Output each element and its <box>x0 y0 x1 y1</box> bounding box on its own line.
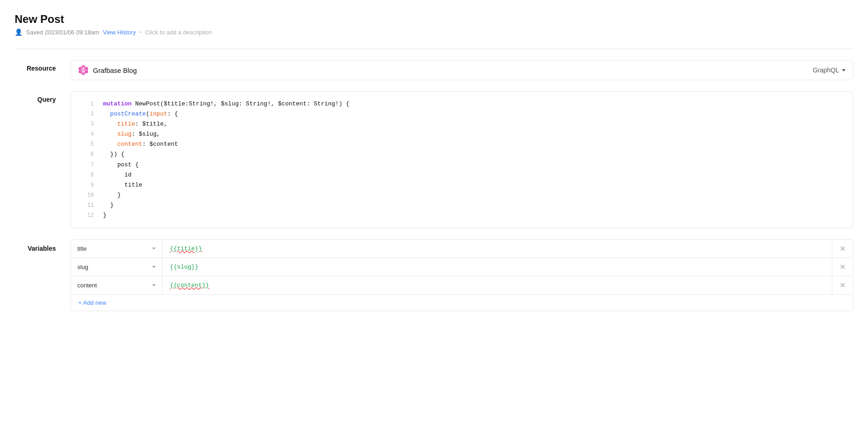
variable-row-content: content {{content}} ✕ <box>71 276 853 295</box>
variables-row: Variables title {{title}} ✕ <box>15 239 853 311</box>
line-num-2: 2 <box>80 110 94 119</box>
query-box[interactable]: 1 mutation NewPost($title:String!, $slug… <box>71 91 853 228</box>
line-num-8: 8 <box>80 170 94 180</box>
code-line-1: 1 mutation NewPost($title:String!, $slug… <box>71 99 853 109</box>
code-content-8: id <box>103 170 131 180</box>
line-num-1: 1 <box>80 99 94 109</box>
code-line-7: 7 post { <box>71 160 853 170</box>
section-divider <box>15 49 853 49</box>
code-content-1: mutation NewPost($title:String!, $slug: … <box>103 99 349 109</box>
form-section: Resource <box>15 60 853 311</box>
var-key-slug[interactable]: slug <box>71 258 163 276</box>
var-key-slug-chevron-icon <box>152 266 156 268</box>
code-content-12: } <box>103 210 107 220</box>
code-content-10: } <box>103 190 121 200</box>
resource-type-label: GraphQL <box>813 66 839 74</box>
code-content-9: title <box>103 180 142 190</box>
var-delete-slug-button[interactable]: ✕ <box>832 258 853 276</box>
resource-type-selector[interactable]: GraphQL <box>813 66 846 74</box>
line-num-4: 4 <box>80 130 94 139</box>
resource-content: Grafbase Blog GraphQL <box>71 60 853 80</box>
code-line-8: 8 id <box>71 170 853 180</box>
line-num-5: 5 <box>80 140 94 149</box>
code-line-4: 4 slug: $slug, <box>71 129 853 139</box>
resource-label: Resource <box>15 60 56 72</box>
variables-box: title {{title}} ✕ slug <box>71 239 853 311</box>
code-line-10: 10 } <box>71 190 853 200</box>
code-line-9: 9 title <box>71 180 853 190</box>
variables-content: title {{title}} ✕ slug <box>71 239 853 311</box>
saved-text: Saved 2023/01/06 09:18am <box>26 29 99 36</box>
code-line-6: 6 }) { <box>71 149 853 160</box>
query-content: 1 mutation NewPost($title:String!, $slug… <box>71 91 853 228</box>
var-value-content-text: {{content}} <box>170 282 209 289</box>
var-value-title-text: {{title}} <box>170 245 202 252</box>
user-icon: 👤 <box>15 28 22 36</box>
code-content-5: content: $content <box>103 139 178 149</box>
code-content-7: post { <box>103 160 139 170</box>
var-value-title[interactable]: {{title}} <box>163 240 832 258</box>
code-content-3: title: $title, <box>103 119 167 129</box>
code-line-11: 11 } <box>71 200 853 210</box>
var-delete-title-button[interactable]: ✕ <box>832 240 853 258</box>
resource-box[interactable]: Grafbase Blog GraphQL <box>71 60 853 80</box>
code-line-12: 12 } <box>71 210 853 220</box>
variables-label: Variables <box>15 239 56 252</box>
line-num-11: 11 <box>80 201 94 210</box>
description-hint[interactable]: Click to add a description <box>145 29 212 36</box>
chevron-down-icon <box>842 69 846 72</box>
resource-row: Resource <box>15 60 853 80</box>
query-label: Query <box>15 91 56 103</box>
var-key-content-chevron-icon <box>152 284 156 286</box>
var-key-title-label: title <box>77 245 87 252</box>
var-key-content-label: content <box>77 282 97 289</box>
resource-name: Grafbase Blog <box>93 66 137 74</box>
var-key-content[interactable]: content <box>71 276 163 294</box>
page-title: New Post <box>15 13 853 26</box>
code-block: 1 mutation NewPost($title:String!, $slug… <box>71 92 853 228</box>
var-key-title[interactable]: title <box>71 240 163 258</box>
code-line-2: 2 postCreate(input: { <box>71 109 853 119</box>
var-key-slug-label: slug <box>77 264 88 270</box>
add-new-row: + Add new <box>71 295 853 311</box>
var-value-slug[interactable]: {{slug}} <box>163 258 832 276</box>
resource-left: Grafbase Blog <box>78 65 137 75</box>
line-num-10: 10 <box>80 191 94 200</box>
code-line-3: 3 title: $title, <box>71 119 853 129</box>
view-history-link[interactable]: View History <box>103 29 136 36</box>
var-value-content[interactable]: {{content}} <box>163 276 832 294</box>
line-num-12: 12 <box>80 211 94 220</box>
line-num-9: 9 <box>80 181 94 190</box>
code-content-6: }) { <box>103 149 125 160</box>
line-num-7: 7 <box>80 160 94 170</box>
var-delete-content-button[interactable]: ✕ <box>832 276 853 294</box>
code-content-4: slug: $slug, <box>103 129 160 139</box>
line-num-6: 6 <box>80 150 94 159</box>
variable-row-title: title {{title}} ✕ <box>71 240 853 258</box>
graphql-logo-icon <box>78 65 88 75</box>
code-content-11: } <box>103 200 114 210</box>
var-value-slug-text: {{slug}} <box>170 264 198 270</box>
code-content-2: postCreate(input: { <box>103 109 178 119</box>
subtitle-row: 👤 Saved 2023/01/06 09:18am View History … <box>15 28 853 36</box>
variable-row-slug: slug {{slug}} ✕ <box>71 258 853 276</box>
var-key-title-chevron-icon <box>152 248 156 250</box>
line-num-3: 3 <box>80 120 94 129</box>
dot-separator: • <box>140 29 142 36</box>
code-line-5: 5 content: $content <box>71 139 853 149</box>
add-new-button[interactable]: + Add new <box>71 295 114 311</box>
query-row: Query 1 mutation NewPost($title:String!,… <box>15 91 853 228</box>
